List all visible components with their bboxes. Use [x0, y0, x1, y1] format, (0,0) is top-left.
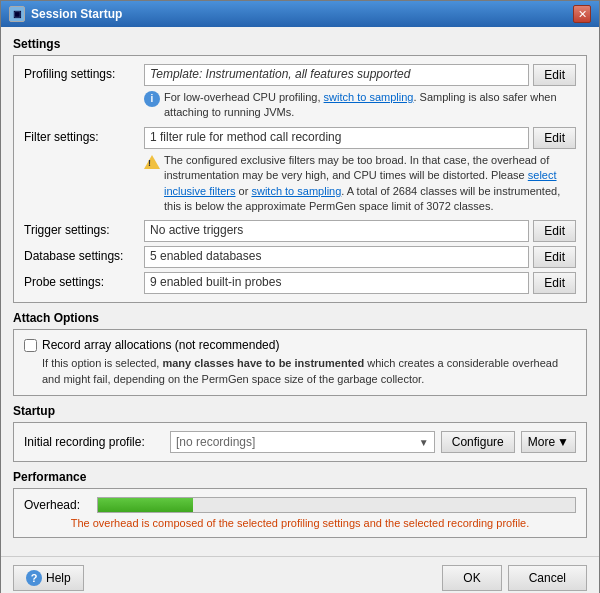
- ok-button[interactable]: OK: [442, 565, 501, 591]
- trigger-label: Trigger settings:: [24, 220, 144, 237]
- profiling-info-text: For low-overhead CPU profiling, switch t…: [164, 90, 576, 121]
- overhead-progress-bar: [97, 497, 576, 513]
- profiling-value: Template: Instrumentation, all features …: [144, 64, 529, 86]
- array-alloc-checkbox[interactable]: [24, 339, 37, 352]
- overhead-progress-fill: [98, 498, 193, 512]
- probe-label: Probe settings:: [24, 272, 144, 289]
- profiling-input-line: Template: Instrumentation, all features …: [144, 64, 576, 86]
- trigger-value: No active triggers: [144, 220, 529, 242]
- database-content: 5 enabled databases Edit: [144, 246, 576, 268]
- database-label: Database settings:: [24, 246, 144, 263]
- startup-group: Initial recording profile: [no recording…: [13, 422, 587, 462]
- dropdown-value: [no recordings]: [176, 435, 255, 449]
- database-row: Database settings: 5 enabled databases E…: [24, 246, 576, 268]
- settings-group: Profiling settings: Template: Instrument…: [13, 55, 587, 303]
- footer-right: OK Cancel: [442, 565, 587, 591]
- trigger-content: No active triggers Edit: [144, 220, 576, 242]
- profiling-content: Template: Instrumentation, all features …: [144, 64, 576, 121]
- probe-edit-button[interactable]: Edit: [533, 272, 576, 294]
- more-button[interactable]: More ▼: [521, 431, 576, 453]
- trigger-edit-button[interactable]: Edit: [533, 220, 576, 242]
- trigger-row: Trigger settings: No active triggers Edi…: [24, 220, 576, 242]
- attach-info-bold: many classes have to be instrumented: [162, 357, 364, 369]
- warn-icon: [144, 155, 160, 169]
- overhead-label: Overhead:: [24, 498, 89, 512]
- startup-section-label: Startup: [13, 404, 587, 418]
- overhead-row: Overhead:: [24, 497, 576, 513]
- probe-content: 9 enabled built-in probes Edit: [144, 272, 576, 294]
- more-arrow-icon: ▼: [557, 435, 569, 449]
- footer: ? Help OK Cancel: [1, 556, 599, 593]
- profiling-label: Profiling settings:: [24, 64, 144, 81]
- filter-warn-text: The configured exclusive filters may be …: [164, 153, 576, 215]
- info-icon: i: [144, 91, 160, 107]
- filter-warn: The configured exclusive filters may be …: [144, 153, 576, 215]
- dropdown-arrow-icon: ▼: [419, 437, 429, 448]
- titlebar: ▣ Session Startup ✕: [1, 1, 599, 27]
- database-edit-button[interactable]: Edit: [533, 246, 576, 268]
- startup-row: Initial recording profile: [no recording…: [24, 431, 576, 453]
- filter-row: Filter settings: 1 filter rule for metho…: [24, 127, 576, 215]
- database-input-line: 5 enabled databases Edit: [144, 246, 576, 268]
- recording-profile-dropdown[interactable]: [no recordings] ▼: [170, 431, 435, 453]
- main-window: ▣ Session Startup ✕ Settings Profiling s…: [0, 0, 600, 593]
- filter-value: 1 filter rule for method call recording: [144, 127, 529, 149]
- attach-section-label: Attach Options: [13, 311, 587, 325]
- filter-input-line: 1 filter rule for method call recording …: [144, 127, 576, 149]
- filter-label: Filter settings:: [24, 127, 144, 144]
- configure-button[interactable]: Configure: [441, 431, 515, 453]
- array-alloc-row: Record array allocations (not recommende…: [24, 338, 576, 352]
- probe-row: Probe settings: 9 enabled built-in probe…: [24, 272, 576, 294]
- filter-content: 1 filter rule for method call recording …: [144, 127, 576, 215]
- overhead-note: The overhead is composed of the selected…: [24, 517, 576, 529]
- close-button[interactable]: ✕: [573, 5, 591, 23]
- sampling-link-1[interactable]: switch to sampling: [324, 91, 414, 103]
- filter-edit-button[interactable]: Edit: [533, 127, 576, 149]
- settings-section-label: Settings: [13, 37, 587, 51]
- database-value: 5 enabled databases: [144, 246, 529, 268]
- profiling-row: Profiling settings: Template: Instrument…: [24, 64, 576, 121]
- main-content: Settings Profiling settings: Template: I…: [1, 27, 599, 556]
- probe-value: 9 enabled built-in probes: [144, 272, 529, 294]
- probe-input-line: 9 enabled built-in probes Edit: [144, 272, 576, 294]
- profiling-info: i For low-overhead CPU profiling, switch…: [144, 90, 576, 121]
- help-button[interactable]: ? Help: [13, 565, 84, 591]
- window-icon: ▣: [9, 6, 25, 22]
- attach-info-text: If this option is selected, many classes…: [42, 356, 576, 387]
- attach-group: Record array allocations (not recommende…: [13, 329, 587, 396]
- window-title: Session Startup: [31, 7, 122, 21]
- trigger-input-line: No active triggers Edit: [144, 220, 576, 242]
- sampling-link-2[interactable]: switch to sampling: [251, 185, 341, 197]
- profiling-edit-button[interactable]: Edit: [533, 64, 576, 86]
- help-circle-icon: ?: [26, 570, 42, 586]
- performance-group: Overhead: The overhead is composed of th…: [13, 488, 587, 538]
- array-alloc-label[interactable]: Record array allocations (not recommende…: [42, 338, 279, 352]
- titlebar-left: ▣ Session Startup: [9, 6, 122, 22]
- performance-section-label: Performance: [13, 470, 587, 484]
- cancel-button[interactable]: Cancel: [508, 565, 587, 591]
- initial-profile-label: Initial recording profile:: [24, 435, 164, 449]
